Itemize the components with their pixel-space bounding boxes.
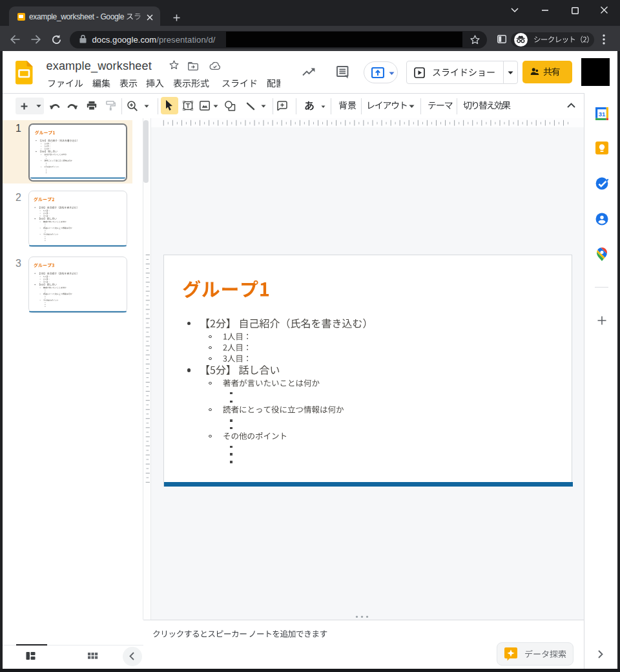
- svg-text:31: 31: [598, 110, 604, 118]
